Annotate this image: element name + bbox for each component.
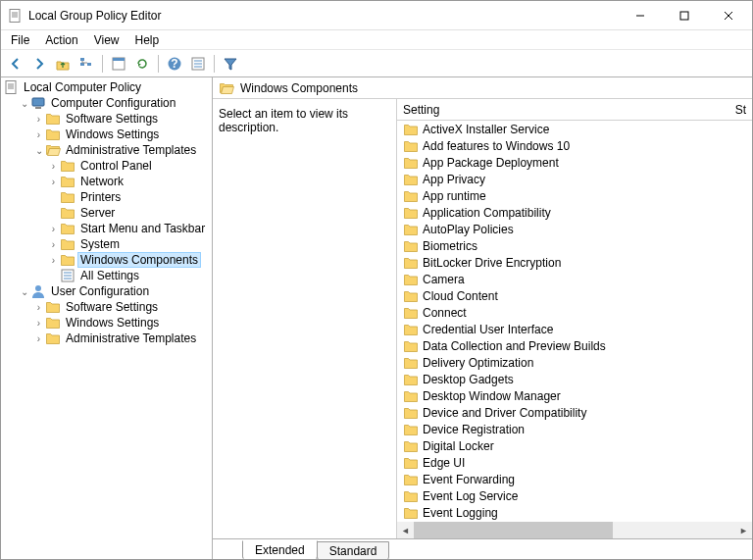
list-item-label: Add features to Windows 10 — [423, 139, 570, 153]
list-item[interactable]: Add features to Windows 10 — [397, 137, 752, 154]
list-item[interactable]: Desktop Window Manager — [397, 387, 752, 404]
horizontal-scrollbar[interactable]: ◄ ► — [397, 522, 752, 538]
show-hide-tree-button[interactable] — [75, 53, 97, 75]
folder-icon — [403, 422, 419, 437]
list-item[interactable]: Camera — [397, 271, 752, 287]
column-state[interactable]: St — [735, 103, 746, 117]
list-item[interactable]: Device and Driver Compatibility — [397, 404, 752, 421]
list-item[interactable]: Application Compatibility — [397, 204, 752, 221]
expand-icon[interactable]: › — [47, 160, 60, 173]
list-item[interactable]: Credential User Interface — [397, 321, 752, 337]
list-item[interactable]: Event Forwarding — [397, 471, 752, 487]
menu-file[interactable]: File — [3, 31, 37, 49]
column-setting[interactable]: Setting — [403, 103, 439, 117]
tree-root[interactable]: Local Computer Policy — [1, 79, 212, 95]
tree-windows-components[interactable]: ›Windows Components — [1, 252, 212, 268]
properties-button[interactable] — [108, 53, 129, 75]
list-item[interactable]: Edge UI — [397, 454, 752, 471]
tree-administrative-templates[interactable]: ›Administrative Templates — [1, 331, 212, 346]
tab-strip: Extended Standard — [213, 539, 752, 560]
collapse-icon[interactable]: ⌄ — [18, 285, 30, 298]
list-item[interactable]: ActiveX Installer Service — [397, 121, 752, 137]
list-item[interactable]: Event Logging — [397, 504, 752, 521]
tree-network[interactable]: ›Network — [1, 174, 212, 189]
close-button[interactable] — [706, 1, 750, 29]
list-item[interactable]: Delivery Optimization — [397, 354, 752, 371]
list-item[interactable]: Connect — [397, 304, 752, 321]
scroll-right-icon[interactable]: ► — [735, 522, 752, 538]
list-item-label: Biometrics — [423, 239, 477, 253]
menu-help[interactable]: Help — [127, 31, 168, 49]
tree-user-configuration[interactable]: ⌄ User Configuration — [1, 283, 212, 299]
menu-action[interactable]: Action — [37, 31, 85, 49]
folder-icon — [60, 205, 75, 221]
list-item[interactable]: BitLocker Drive Encryption — [397, 254, 752, 271]
tree-administrative-templates[interactable]: ⌄ Administrative Templates — [1, 142, 212, 158]
list-item[interactable]: Data Collection and Preview Builds — [397, 337, 752, 354]
expand-icon[interactable]: › — [32, 332, 45, 345]
up-button[interactable] — [52, 53, 74, 75]
forward-button[interactable] — [28, 53, 50, 75]
tree-printers[interactable]: Printers — [1, 189, 212, 205]
tree-label: Control Panel — [78, 159, 154, 173]
tree-start-menu-and-taskbar[interactable]: ›Start Menu and Taskbar — [1, 221, 212, 236]
list-button[interactable] — [187, 53, 209, 75]
list-item-label: Edge UI — [423, 456, 465, 470]
expand-icon[interactable]: › — [47, 176, 60, 188]
breadcrumb: Windows Components — [213, 77, 752, 99]
tree-windows-settings[interactable]: ›Windows Settings — [1, 315, 212, 331]
list-body[interactable]: ActiveX Installer ServiceAdd features to… — [397, 121, 752, 522]
expand-icon[interactable]: › — [47, 254, 60, 267]
maximize-button[interactable] — [662, 1, 706, 29]
expand-icon[interactable]: › — [32, 113, 45, 126]
tree-system[interactable]: ›System — [1, 236, 212, 252]
tree-label: Windows Settings — [64, 316, 161, 330]
scroll-track[interactable] — [414, 522, 735, 538]
tree-control-panel[interactable]: ›Control Panel — [1, 158, 212, 174]
expand-icon[interactable]: › — [47, 223, 60, 235]
list-item[interactable]: Event Log Service — [397, 487, 752, 504]
back-button[interactable] — [5, 53, 26, 75]
list-item[interactable]: Device Registration — [397, 421, 752, 437]
list-item[interactable]: Digital Locker — [397, 437, 752, 454]
collapse-icon[interactable]: ⌄ — [32, 144, 45, 157]
tab-extended[interactable]: Extended — [242, 540, 318, 560]
filter-button[interactable] — [220, 53, 241, 75]
folder-icon — [403, 305, 419, 321]
tab-standard[interactable]: Standard — [317, 541, 390, 560]
scroll-left-icon[interactable]: ◄ — [397, 522, 414, 538]
menu-view[interactable]: View — [86, 31, 127, 49]
expand-icon[interactable]: › — [47, 238, 60, 251]
tree-software-settings[interactable]: › Software Settings — [1, 111, 212, 127]
refresh-button[interactable] — [131, 53, 153, 75]
list-item[interactable]: Desktop Gadgets — [397, 371, 752, 387]
folder-icon — [45, 315, 61, 331]
expand-icon[interactable]: › — [32, 128, 45, 141]
tree-pane[interactable]: Local Computer Policy ⌄ Computer Configu… — [1, 77, 213, 560]
list-item[interactable]: AutoPlay Policies — [397, 221, 752, 237]
breadcrumb-label: Windows Components — [240, 81, 358, 95]
list-item[interactable]: Biometrics — [397, 237, 752, 254]
collapse-icon[interactable]: ⌄ — [18, 97, 30, 110]
svg-rect-12 — [680, 12, 688, 20]
tree-label: Administrative Templates — [64, 143, 198, 157]
tree-all-settings[interactable]: All Settings — [1, 268, 212, 283]
help-button[interactable] — [164, 53, 185, 75]
list-item[interactable]: App Package Deployment — [397, 154, 752, 171]
tree-label: Administrative Templates — [64, 331, 198, 345]
list-item[interactable]: App Privacy — [397, 171, 752, 187]
minimize-button[interactable] — [618, 1, 662, 29]
expand-icon[interactable]: › — [32, 301, 45, 314]
tree-windows-settings[interactable]: › Windows Settings — [1, 127, 212, 142]
tree-server[interactable]: Server — [1, 205, 212, 221]
list-item[interactable]: App runtime — [397, 187, 752, 204]
tab-label: Standard — [329, 544, 377, 558]
expand-icon[interactable]: › — [32, 317, 45, 330]
tree-label: User Configuration — [49, 284, 151, 298]
scroll-thumb[interactable] — [414, 522, 613, 538]
tree-software-settings[interactable]: ›Software Settings — [1, 299, 212, 315]
folder-icon — [60, 236, 75, 252]
list-header[interactable]: Setting St — [397, 99, 752, 121]
list-item[interactable]: Cloud Content — [397, 287, 752, 304]
tree-computer-configuration[interactable]: ⌄ Computer Configuration — [1, 95, 212, 111]
